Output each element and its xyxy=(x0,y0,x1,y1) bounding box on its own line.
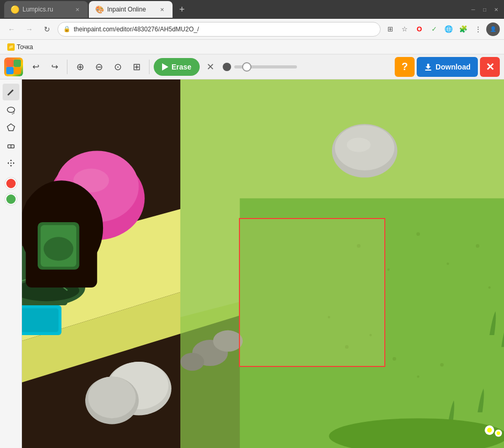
zoom-in-button[interactable]: ⊕ xyxy=(72,59,88,75)
url-bar[interactable]: 🔒 theinpaint.com/editor/4830276/AH5dMU2O… xyxy=(58,22,381,37)
download-label: Download xyxy=(436,63,471,71)
logo-image xyxy=(4,58,23,76)
download-icon xyxy=(424,63,432,71)
svg-point-29 xyxy=(347,137,370,152)
pencil-tool[interactable] xyxy=(3,84,19,100)
color-green-button[interactable] xyxy=(5,193,17,205)
maximize-button[interactable]: □ xyxy=(481,6,488,13)
main-content: ↩ ↪ ⊕ ⊖ ⊙ ⊞ Erase ✕ ? xyxy=(0,54,504,448)
tab-inpaint[interactable]: 🎨 Inpaint Online ✕ xyxy=(89,1,173,18)
tab-lumpics-icon: 🟡 xyxy=(10,5,19,14)
app-toolbar: ↩ ↪ ⊕ ⊖ ⊙ ⊞ Erase ✕ ? xyxy=(0,54,504,79)
polygon-icon xyxy=(6,123,16,132)
close-editor-button[interactable]: ✕ xyxy=(480,57,500,77)
svg-point-16 xyxy=(387,269,390,271)
opera-icon[interactable]: O xyxy=(413,23,426,36)
lasso-tool[interactable] xyxy=(3,101,19,118)
svg-point-33 xyxy=(88,377,136,419)
brush-size-thumb[interactable] xyxy=(242,62,251,72)
svg-point-22 xyxy=(345,345,349,349)
svg-point-25 xyxy=(417,375,420,378)
menu-icon[interactable]: ⋮ xyxy=(472,23,484,36)
lasso-icon xyxy=(6,105,16,114)
svg-point-19 xyxy=(476,244,479,248)
svg-rect-1 xyxy=(14,60,21,67)
svg-marker-6 xyxy=(7,124,15,131)
svg-rect-49 xyxy=(22,308,59,332)
extensions-icon[interactable]: 🧩 xyxy=(457,23,469,36)
svg-point-36 xyxy=(180,353,204,371)
help-button[interactable]: ? xyxy=(395,57,415,77)
tab-lumpics[interactable]: 🟡 Lumpics.ru ✕ xyxy=(4,1,88,18)
move-icon xyxy=(6,158,16,168)
tab-lumpics-label: Lumpics.ru xyxy=(22,6,53,13)
forward-button[interactable]: → xyxy=(22,22,37,37)
separator-1 xyxy=(67,60,67,74)
bookmark-bar: 📁 Точка xyxy=(0,40,504,54)
move-tool[interactable] xyxy=(3,155,19,171)
svg-point-26 xyxy=(440,363,444,366)
brush-slider[interactable] xyxy=(223,63,297,71)
canvas-wrapper[interactable] xyxy=(22,79,504,448)
bookmark-tochka-label: Точка xyxy=(17,43,33,51)
erase-button[interactable]: Erase xyxy=(154,58,200,76)
erase-play-icon xyxy=(162,63,168,71)
address-bar: ← → ↻ 🔒 theinpaint.com/editor/4830276/AH… xyxy=(0,19,504,40)
bookmark-icon[interactable]: ☆ xyxy=(398,23,411,36)
zoom-100-button[interactable]: ⊞ xyxy=(128,59,145,75)
title-bar: 🟡 Lumpics.ru ✕ 🎨 Inpaint Online ✕ + ─ □ … xyxy=(0,0,504,19)
svg-rect-3 xyxy=(14,67,21,74)
svg-point-21 xyxy=(328,316,330,319)
svg-rect-2 xyxy=(6,67,14,74)
close-window-button[interactable]: ✕ xyxy=(492,6,500,13)
svg-point-17 xyxy=(416,232,420,236)
bookmark-tochka[interactable]: 📁 Точка xyxy=(4,42,36,52)
svg-point-15 xyxy=(357,244,361,248)
tab-inpaint-close[interactable]: ✕ xyxy=(158,5,166,14)
svg-point-55 xyxy=(497,431,500,435)
undo-button[interactable]: ↩ xyxy=(27,59,44,75)
cancel-button[interactable]: ✕ xyxy=(202,59,219,75)
vpn-icon[interactable]: ✓ xyxy=(428,23,440,36)
erase-label: Erase xyxy=(171,63,191,71)
minimize-button[interactable]: ─ xyxy=(469,6,477,13)
profile-icon[interactable]: 👤 xyxy=(486,22,500,36)
browser-window: 🟡 Lumpics.ru ✕ 🎨 Inpaint Online ✕ + ─ □ … xyxy=(0,0,504,448)
canvas-area xyxy=(0,79,504,448)
svg-rect-4 xyxy=(425,70,431,71)
canvas-svg[interactable] xyxy=(22,79,504,448)
redo-button[interactable]: ↪ xyxy=(46,59,63,75)
lock-icon: 🔒 xyxy=(63,26,71,32)
address-actions: ⊞ ☆ O ✓ 🌐 🧩 ⋮ 👤 xyxy=(384,22,500,36)
back-button[interactable]: ← xyxy=(4,22,19,37)
pencil-icon xyxy=(6,87,16,97)
brush-dot-icon xyxy=(223,63,231,71)
svg-point-23 xyxy=(370,334,372,337)
eraser-icon xyxy=(6,141,16,150)
brush-size-track[interactable] xyxy=(234,65,297,68)
svg-point-24 xyxy=(393,357,396,361)
url-text: theinpaint.com/editor/4830276/AH5dMU2O_/ xyxy=(74,26,375,33)
svg-point-53 xyxy=(487,428,492,432)
zoom-out-button[interactable]: ⊖ xyxy=(90,59,107,75)
zoom-fit-button[interactable]: ⊙ xyxy=(109,59,126,75)
tab-inpaint-icon: 🎨 xyxy=(95,5,104,14)
color-red-button[interactable] xyxy=(5,178,17,189)
globe-icon[interactable]: 🌐 xyxy=(442,23,455,36)
download-button[interactable]: Download xyxy=(417,57,478,77)
refresh-button[interactable]: ↻ xyxy=(40,22,54,37)
svg-point-35 xyxy=(213,330,243,352)
left-sidebar xyxy=(0,79,22,448)
svg-point-18 xyxy=(446,262,449,265)
eraser-tool[interactable] xyxy=(3,137,19,154)
separator-2 xyxy=(149,60,150,74)
new-tab-button[interactable]: + xyxy=(175,2,189,17)
svg-rect-0 xyxy=(6,60,14,67)
polygon-tool[interactable] xyxy=(3,119,19,136)
svg-point-47 xyxy=(43,237,73,260)
svg-point-20 xyxy=(488,286,491,289)
tab-lumpics-close[interactable]: ✕ xyxy=(73,5,82,14)
translate-icon[interactable]: ⊞ xyxy=(384,23,396,36)
bookmark-folder-icon: 📁 xyxy=(7,43,15,51)
app-logo xyxy=(4,58,23,76)
